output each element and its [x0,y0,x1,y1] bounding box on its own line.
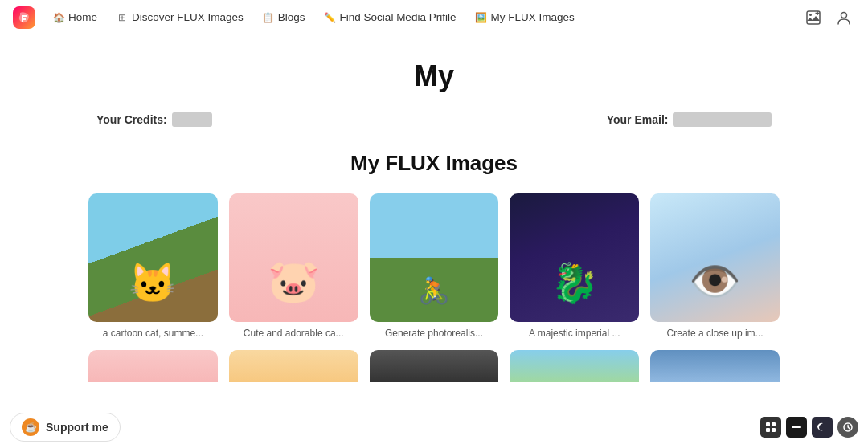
nav-social[interactable]: ✏️ Find Social Media Prifile [317,8,465,26]
image-card-4[interactable]: A majestic imperial ... [510,193,639,339]
image-thumbnail-3 [370,193,499,322]
image-label-1: a cartoon cat, summe... [88,328,218,339]
user-profile-button[interactable] [833,6,855,29]
nav-home-label: Home [68,11,97,23]
create-image-button[interactable] [802,6,825,29]
svg-rect-4 [772,422,776,426]
image-label-5: Create a close up im... [650,328,780,339]
image-card-5[interactable]: Create a close up im... [650,193,780,339]
bottom-icon-4[interactable] [837,417,858,438]
svg-point-1 [809,14,812,16]
image-thumbnail-2 [229,193,358,322]
image-thumbnail-10 [650,350,780,382]
image-thumbnail-7 [229,350,358,382]
page-title: My [48,59,820,93]
image-card-6[interactable] [88,350,218,382]
bottom-icon-2[interactable] [786,417,807,438]
myimages-icon: 🖼️ [475,12,486,23]
email-info: Your Email: y███@████.███ [607,112,772,127]
bottom-bar: ☕ Support me [0,409,868,444]
nav-blogs[interactable]: 📋 Blogs [255,8,313,26]
svg-rect-6 [772,428,776,432]
credits-value: ████ [172,112,212,127]
section-title: My FLUX Images [48,151,820,176]
nav-discover-label: Discover FLUX Images [132,11,244,23]
svg-point-2 [841,12,847,18]
image-thumbnail-5 [650,193,780,322]
svg-rect-5 [766,428,770,432]
image-card-8[interactable] [370,350,499,382]
image-card-1[interactable]: a cartoon cat, summe... [88,193,218,339]
blogs-icon: 📋 [263,12,274,23]
image-label-4: A majestic imperial ... [510,328,639,339]
image-thumbnail-1 [88,193,218,322]
nav-home[interactable]: 🏠 Home [45,8,105,26]
image-grid-row2 [48,339,820,382]
svg-rect-3 [766,422,770,426]
social-icon: ✏️ [325,12,336,23]
credits-label: Your Credits: [96,113,167,126]
image-thumbnail-6 [88,350,218,382]
app-logo[interactable] [13,6,35,29]
image-grid-row1: a cartoon cat, summe... Cute and adorabl… [48,193,820,339]
support-me-button[interactable]: ☕ Support me [10,413,121,442]
email-label: Your Email: [607,113,669,126]
image-thumbnail-8 [370,350,499,382]
bottom-icon-moon[interactable] [812,417,833,438]
image-card-3[interactable]: Generate photorealis... [370,193,499,339]
nav-discover[interactable]: ⊞ Discover FLUX Images [108,8,252,26]
support-label: Support me [46,421,108,434]
image-label-3: Generate photorealis... [370,328,499,339]
image-card-9[interactable] [510,350,639,382]
nav-actions [802,6,855,29]
image-thumbnail-4 [510,193,639,322]
discover-icon: ⊞ [117,12,128,23]
credits-info: Your Credits: ████ [96,112,212,127]
main-content: My Your Credits: ████ Your Email: y███@█… [0,35,868,398]
image-thumbnail-9 [510,350,639,382]
svg-rect-7 [792,426,801,428]
image-label-2: Cute and adorable ca... [229,328,358,339]
nav-blogs-label: Blogs [278,11,305,23]
email-value: y███@████.███ [673,112,772,127]
image-card-7[interactable] [229,350,358,382]
nav-social-label: Find Social Media Prifile [340,11,457,23]
nav-myimages[interactable]: 🖼️ My FLUX Images [467,8,582,26]
bottom-icon-1[interactable] [760,417,781,438]
image-card-10[interactable] [650,350,780,382]
support-icon: ☕ [22,418,39,436]
navbar: 🏠 Home ⊞ Discover FLUX Images 📋 Blogs ✏️… [0,0,868,35]
image-card-2[interactable]: Cute and adorable ca... [229,193,358,339]
user-info: Your Credits: ████ Your Email: y███@████… [48,112,820,127]
bottom-right-icons [760,417,858,438]
home-icon: 🏠 [53,12,64,23]
nav-myimages-label: My FLUX Images [490,11,574,23]
